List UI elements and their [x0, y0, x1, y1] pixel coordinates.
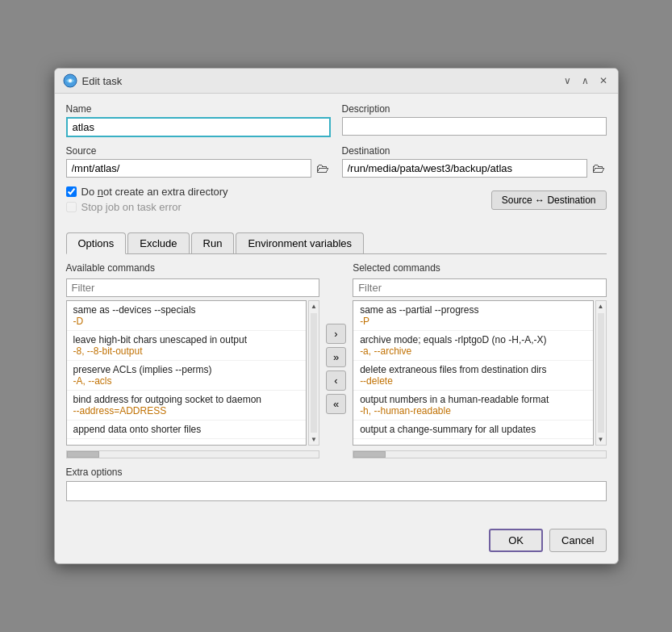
destination-label: Destination [342, 145, 607, 157]
hscroll-thumb [67, 451, 99, 458]
edit-task-window: Edit task ∨ ∧ ✕ Name Description Source [54, 68, 619, 564]
options-tabs: Options Exclude Run Environment variable… [66, 232, 607, 254]
titlebar: Edit task ∨ ∧ ✕ [55, 69, 618, 94]
selected-commands-label: Selected commands [353, 262, 606, 274]
minimize-button[interactable]: ∨ [561, 74, 574, 87]
name-input[interactable] [66, 117, 331, 137]
scroll-track [598, 313, 604, 433]
source-label: Source [66, 145, 331, 157]
source-destination-row: Source 🗁 Destination 🗁 [66, 145, 607, 178]
tab-run[interactable]: Run [191, 232, 235, 253]
dialog-footer: OK Cancel [55, 522, 618, 563]
destination-input[interactable] [342, 159, 587, 178]
maximize-button[interactable]: ∧ [579, 74, 592, 87]
source-browse-button[interactable]: 🗁 [315, 160, 331, 178]
list-item[interactable]: output a change-summary for all updates [353, 421, 592, 439]
stop-on-error-row: Stop job on task error [66, 201, 228, 213]
scroll-down-arrow[interactable]: ▼ [596, 434, 606, 445]
name-label: Name [66, 103, 331, 115]
source-path-row: 🗁 [66, 159, 331, 178]
available-commands-label: Available commands [66, 262, 319, 274]
list-item[interactable]: same as --partial --progress -P [353, 301, 592, 331]
destination-field-group: Destination 🗁 [342, 145, 607, 178]
selected-list-scrollbar[interactable]: ▲ ▼ [595, 300, 607, 446]
selected-list-hscroll[interactable] [353, 450, 606, 458]
stop-on-error-label: Stop job on task error [81, 201, 182, 213]
tab-options[interactable]: Options [66, 232, 127, 254]
available-filter-input[interactable] [66, 278, 319, 297]
app-icon [63, 73, 77, 88]
scroll-down-arrow[interactable]: ▼ [309, 434, 319, 445]
source-field-group: Source 🗁 [66, 145, 331, 178]
transfer-arrows: › » ‹ « [326, 262, 346, 458]
list-item[interactable]: preserve ACLs (implies --perms) -A, --ac… [67, 361, 306, 391]
list-item[interactable]: leave high-bit chars unescaped in output… [67, 331, 306, 361]
cancel-button[interactable]: Cancel [549, 529, 606, 552]
description-label: Description [342, 103, 607, 115]
selected-commands-list[interactable]: same as --partial --progress -P archive … [353, 300, 593, 446]
scroll-up-arrow[interactable]: ▲ [309, 301, 319, 312]
available-list-scrollbar[interactable]: ▲ ▼ [308, 300, 319, 446]
list-item[interactable]: bind address for outgoing socket to daem… [67, 391, 306, 421]
scroll-up-arrow[interactable]: ▲ [596, 301, 606, 312]
extra-options-section: Extra options [66, 467, 607, 501]
titlebar-left: Edit task [63, 73, 123, 88]
selected-filter-input[interactable] [353, 278, 606, 297]
available-commands-list[interactable]: same as --devices --specials -D leave hi… [66, 300, 307, 446]
description-field-group: Description [342, 103, 607, 137]
selected-commands-panel: Selected commands same as --partial --pr… [353, 262, 606, 458]
extra-options-label: Extra options [66, 467, 607, 478]
add-all-button[interactable]: » [326, 347, 346, 367]
name-description-row: Name Description [66, 103, 607, 137]
no-extra-dir-row: Do not create an extra directory [66, 186, 228, 198]
description-input[interactable] [342, 117, 607, 136]
name-field-group: Name [66, 103, 331, 137]
options-checkboxes: Do not create an extra directory Stop jo… [66, 186, 228, 216]
close-button[interactable]: ✕ [597, 74, 610, 87]
list-item[interactable]: append data onto shorter files [67, 421, 306, 439]
destination-path-row: 🗁 [342, 159, 607, 178]
ok-button[interactable]: OK [489, 529, 543, 552]
remove-all-button[interactable]: « [326, 394, 346, 414]
titlebar-controls: ∨ ∧ ✕ [561, 74, 610, 87]
commands-section: Available commands same as --devices --s… [66, 262, 607, 458]
list-item[interactable]: same as --devices --specials -D [67, 301, 306, 331]
available-commands-panel: Available commands same as --devices --s… [66, 262, 319, 458]
source-input[interactable] [66, 159, 311, 178]
destination-browse-button[interactable]: 🗁 [591, 160, 607, 178]
dialog-content: Name Description Source 🗁 Destination [55, 94, 618, 522]
no-extra-dir-label: Do not create an extra directory [81, 186, 228, 198]
tab-exclude[interactable]: Exclude [127, 232, 189, 253]
extra-options-input[interactable] [66, 481, 607, 501]
tab-environment-variables[interactable]: Environment variables [236, 232, 364, 253]
remove-one-button[interactable]: ‹ [326, 370, 346, 391]
scroll-track [311, 313, 317, 433]
list-item[interactable]: output numbers in a human-readable forma… [353, 391, 592, 421]
list-item[interactable]: delete extraneous files from destination… [353, 361, 592, 391]
available-list-hscroll[interactable] [66, 450, 319, 458]
add-one-button[interactable]: › [326, 324, 346, 344]
list-item[interactable]: archive mode; equals -rlptgoD (no -H,-A,… [353, 331, 592, 361]
hscroll-thumb [353, 451, 386, 458]
no-extra-dir-checkbox[interactable] [66, 186, 77, 197]
svg-point-1 [69, 79, 72, 82]
swap-button[interactable]: Source ↔ Destination [491, 190, 607, 210]
window-title: Edit task [82, 75, 123, 87]
stop-on-error-checkbox[interactable] [66, 202, 77, 212]
